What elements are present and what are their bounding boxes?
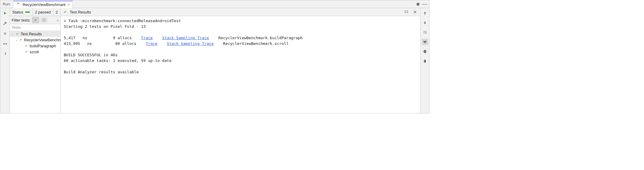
check-icon [19, 38, 23, 42]
stack-trace-link[interactable]: Stack Sampling Trace [162, 36, 209, 40]
stack-trace-link[interactable]: Stack Sampling Trace [167, 41, 214, 46]
console-line: > Task :microbenchmark:connectedReleaseA… [64, 19, 181, 23]
total-count: 2 [56, 10, 58, 14]
bench-allocs: 9 allocs [113, 36, 132, 40]
chevron-down-icon[interactable]: ⌄ [10, 32, 14, 36]
console-line: BUILD SUCCESSFUL in 46s [64, 53, 118, 57]
tree-test-label: buildParagraph [30, 44, 56, 48]
tree-test-label: scroll [30, 50, 39, 54]
tree-root[interactable]: ⌄ Test Results [10, 31, 60, 37]
scroll-to-end-icon[interactable] [422, 39, 428, 45]
show-passed-toggle[interactable] [32, 17, 39, 23]
test-tree[interactable]: ⌄ Test Results ⌄ RecyclerViewBenchmark b… [10, 31, 60, 113]
console-header: Test Results ✕ [61, 8, 420, 16]
left-toolbar [0, 8, 10, 113]
stop-button[interactable] [2, 30, 8, 37]
trace-link[interactable]: Trace [146, 41, 157, 46]
trash-icon[interactable] [422, 58, 428, 64]
layout-icon[interactable] [2, 40, 8, 47]
minimize-icon[interactable]: — [421, 1, 428, 7]
status-label: Status [12, 10, 23, 14]
screenshot-icon[interactable] [403, 9, 409, 15]
total-cell[interactable]: 2 [54, 8, 60, 16]
soft-wrap-icon[interactable] [422, 29, 428, 36]
console-line: 60 actionable tasks: 1 executed, 59 up-t… [64, 58, 171, 63]
tree-root-label: Test Results [21, 32, 42, 36]
tests-header-label: Tests [12, 25, 21, 30]
check-icon [24, 44, 28, 48]
tree-test[interactable]: buildParagraph [10, 43, 60, 49]
status-row: Status 2 passed 2 [10, 8, 60, 16]
check-icon [63, 10, 67, 14]
up-arrow-icon[interactable] [422, 10, 428, 16]
console-panel: Test Results ✕ > Task :microbenchmark:co… [61, 8, 420, 113]
svg-line-4 [43, 19, 45, 21]
bench-time: 415,905 [64, 41, 80, 46]
chevron-down-icon[interactable]: ⌄ [15, 38, 18, 42]
bench-name: RecyclerViewBenchmark.buildParagraph [218, 36, 303, 40]
svg-rect-1 [3, 43, 5, 45]
bench-ns: ns [87, 41, 92, 46]
run-tab-strip: Run: RecyclerViewBenchmark × — [0, 0, 429, 8]
bench-time: 5,417 [64, 36, 75, 40]
bench-allocs: 80 allocs [115, 41, 136, 46]
console-line: Build Analyzer results available [64, 70, 139, 74]
filter-label: Filter tests: [12, 18, 31, 22]
filter-row: Filter tests: » [10, 16, 60, 24]
tab-title: RecyclerViewBenchmark [22, 2, 66, 7]
close-icon[interactable]: ✕ [412, 9, 418, 15]
svg-rect-2 [5, 43, 7, 45]
print-icon[interactable] [422, 48, 428, 55]
status-cell[interactable]: Status [10, 8, 33, 16]
svg-rect-6 [405, 11, 408, 13]
test-tree-panel: Status 2 passed 2 Filter tests: » Tests [10, 8, 61, 113]
android-icon [16, 2, 21, 7]
console-output[interactable]: > Task :microbenchmark:connectedReleaseA… [61, 16, 420, 113]
tree-test[interactable]: scroll [10, 49, 60, 55]
bench-ns: ns [83, 36, 87, 40]
gear-icon[interactable] [415, 1, 421, 7]
tree-suite[interactable]: ⌄ RecyclerViewBenchmark [10, 37, 60, 43]
close-icon[interactable]: × [68, 2, 70, 7]
check-icon [24, 50, 28, 54]
status-pass-bar [25, 11, 30, 13]
wrench-icon[interactable] [2, 20, 8, 27]
trace-link[interactable]: Trace [141, 36, 153, 40]
rerun-button[interactable] [2, 10, 8, 16]
pin-icon[interactable] [2, 51, 8, 57]
check-icon [15, 32, 19, 36]
run-label: Run: [3, 2, 11, 6]
down-arrow-icon[interactable] [422, 19, 428, 26]
right-toolbar [420, 8, 429, 113]
console-line: Starting 2 tests on Pixel Fold - 13 [64, 24, 146, 29]
svg-rect-0 [4, 32, 6, 35]
passed-count: 2 passed [35, 10, 51, 14]
passed-cell[interactable]: 2 passed [33, 8, 54, 16]
console-title: Test Results [70, 10, 91, 14]
expand-icon[interactable]: » [57, 18, 59, 22]
show-ignored-toggle[interactable] [40, 17, 48, 23]
tests-column-header: Tests [10, 24, 60, 31]
bench-name: RecyclerViewBenchmark.scroll [223, 41, 288, 46]
run-config-tab[interactable]: RecyclerViewBenchmark × [13, 1, 72, 8]
tree-suite-label: RecyclerViewBenchmark [24, 38, 60, 42]
